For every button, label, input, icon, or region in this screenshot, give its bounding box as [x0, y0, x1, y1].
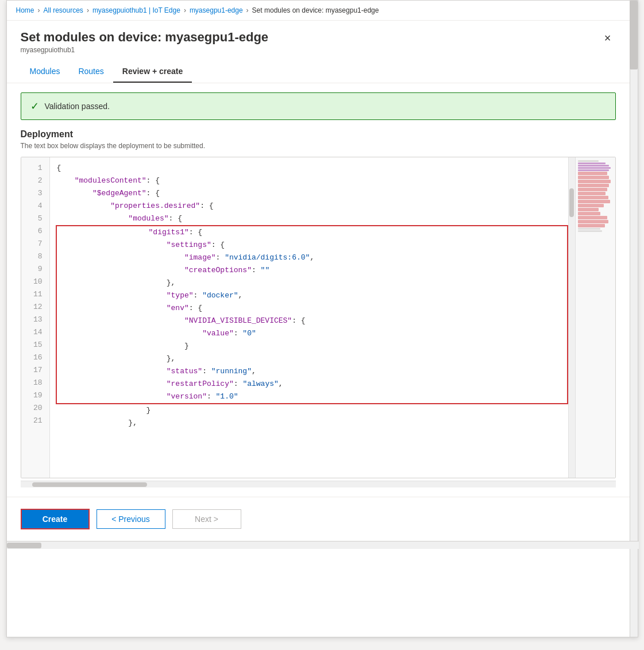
tab-routes[interactable]: Routes [69, 61, 113, 83]
minimap-line-1 [578, 160, 599, 162]
main-window: Home › All resources › myasegpuiothub1 |… [6, 0, 638, 637]
line-num-2: 2 [21, 175, 49, 187]
close-button[interactable]: × [600, 30, 616, 46]
minimap-line-18 [578, 220, 609, 223]
tabs-bar: Modules Routes Review + create [7, 61, 630, 83]
code-editor[interactable]: 1 2 3 4 5 6 7 8 9 10 11 12 13 14 15 16 1 [21, 157, 616, 478]
minimap-line-14 [578, 204, 604, 207]
minimap-line-5 [578, 169, 610, 171]
minimap-content [576, 157, 615, 235]
line-num-19: 19 [21, 389, 49, 402]
line-num-21: 21 [21, 415, 49, 427]
code-line-18: "restartPolicy": "always", [56, 378, 568, 390]
line-num-3: 3 [21, 187, 49, 200]
code-line-15: } [56, 340, 568, 353]
page-bottom-scrollbar-thumb[interactable] [7, 543, 41, 548]
line-num-13: 13 [21, 314, 49, 326]
line-num-10: 10 [21, 276, 49, 288]
breadcrumb-sep-1: › [38, 6, 40, 14]
minimap-line-17 [578, 216, 608, 219]
code-content[interactable]: { "modulesContent": { "$edgeAgent": { "p… [50, 157, 568, 478]
line-num-9: 9 [21, 263, 49, 276]
code-line-21: }, [55, 417, 568, 430]
breadcrumb-home[interactable]: Home [16, 6, 34, 14]
line-num-8: 8 [21, 250, 49, 263]
line-num-18: 18 [21, 377, 49, 389]
breadcrumb: Home › All resources › myasegpuiothub1 |… [7, 1, 630, 21]
action-bar: Create < Previous Next > [7, 497, 630, 541]
next-button: Next > [172, 509, 241, 529]
line-num-5: 5 [21, 212, 49, 225]
code-bottom-scrollbar-thumb[interactable] [32, 482, 147, 487]
previous-button[interactable]: < Previous [97, 509, 165, 529]
code-line-4: "properties.desired": { [55, 200, 568, 212]
line-num-15: 15 [21, 339, 49, 351]
code-line-13: "NVIDIA_VISIBLE_DEVICES": { [56, 315, 568, 327]
tab-review-create[interactable]: Review + create [113, 61, 192, 83]
minimap-line-4 [578, 167, 611, 169]
tab-modules[interactable]: Modules [21, 61, 70, 83]
page-subtitle: myasegpuiothub1 [21, 46, 269, 54]
code-line-3: "$edgeAgent": { [55, 187, 568, 200]
line-num-4: 4 [21, 200, 49, 212]
minimap-line-10 [578, 188, 608, 191]
code-line-8: "image": "nvidia/digits:6.0", [56, 252, 568, 264]
code-line-5: "modules": { [55, 212, 568, 225]
deployment-description: The text box below displays the deployme… [21, 142, 616, 150]
code-line-2: "modulesContent": { [55, 175, 568, 187]
minimap-line-21 [578, 230, 603, 232]
code-line-12: "env": { [56, 302, 568, 315]
minimap-line-12 [578, 196, 609, 199]
breadcrumb-sep-2: › [87, 6, 89, 14]
create-button[interactable]: Create [21, 509, 90, 529]
page-bottom-scrollbar[interactable] [7, 541, 639, 549]
line-num-12: 12 [21, 301, 49, 314]
line-num-6: 6 [21, 225, 49, 238]
minimap [575, 157, 615, 478]
validation-banner: ✓ Validation passed. [21, 92, 616, 120]
line-numbers: 1 2 3 4 5 6 7 8 9 10 11 12 13 14 15 16 1 [21, 157, 50, 478]
line-num-14: 14 [21, 326, 49, 339]
editor-scrollbar-thumb[interactable] [569, 188, 574, 217]
page-scrollbar-thumb[interactable] [630, 1, 638, 69]
minimap-line-13 [578, 200, 610, 203]
minimap-line-2 [578, 162, 606, 164]
validation-text: Validation passed. [45, 102, 110, 111]
minimap-line-8 [578, 180, 611, 183]
page-header: Set modules on device: myasegpu1-edge my… [7, 21, 630, 54]
deployment-section: Deployment The text box below displays t… [7, 129, 630, 488]
minimap-line-11 [578, 192, 606, 195]
breadcrumb-current: Set modules on device: myasegpu1-edge [252, 6, 379, 14]
code-bottom-scrollbar[interactable] [21, 481, 616, 488]
line-num-17: 17 [21, 364, 49, 377]
line-num-16: 16 [21, 351, 49, 364]
deployment-title: Deployment [21, 129, 616, 140]
validation-icon: ✓ [30, 100, 39, 113]
code-line-14: "value": "0" [56, 327, 568, 340]
breadcrumb-device[interactable]: myasegpu1-edge [190, 6, 243, 14]
code-line-20: } [55, 404, 568, 417]
breadcrumb-sep-4: › [246, 6, 249, 14]
code-line-10: }, [56, 277, 568, 289]
code-line-16: }, [56, 353, 568, 365]
minimap-line-19 [578, 224, 606, 227]
breadcrumb-sep-3: › [184, 6, 186, 14]
minimap-line-3 [578, 165, 610, 167]
minimap-line-15 [578, 208, 599, 211]
page-title: Set modules on device: myasegpu1-edge [21, 30, 269, 45]
code-line-9: "createOptions": "" [56, 264, 568, 277]
line-num-11: 11 [21, 288, 49, 301]
minimap-line-16 [578, 212, 601, 215]
code-line-7: "settings": { [56, 239, 568, 252]
minimap-line-9 [578, 184, 610, 187]
title-block: Set modules on device: myasegpu1-edge my… [21, 30, 269, 54]
code-line-19: "version": "1.0" [56, 390, 568, 404]
code-line-11: "type": "docker", [56, 289, 568, 302]
code-line-1: { [55, 162, 568, 175]
line-num-7: 7 [21, 238, 49, 250]
minimap-line-7 [578, 176, 610, 179]
code-line-17: "status": "running", [56, 365, 568, 378]
breadcrumb-allresources[interactable]: All resources [44, 6, 83, 14]
editor-scrollbar[interactable] [568, 157, 575, 478]
breadcrumb-iothub[interactable]: myasegpuiothub1 | IoT Edge [92, 6, 180, 14]
